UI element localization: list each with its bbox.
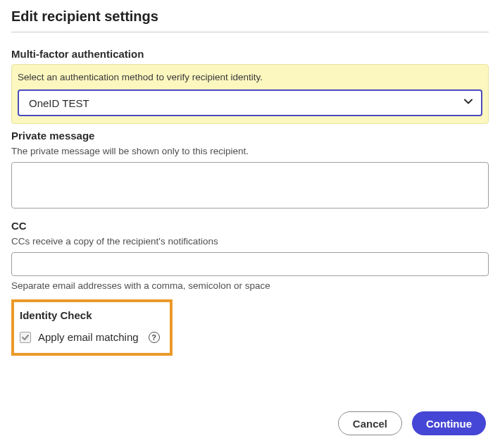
mfa-label: Multi-factor authentication bbox=[11, 48, 489, 60]
identity-checkbox-row: Apply email matching ? bbox=[20, 331, 160, 343]
identity-highlight-box: Identity Check Apply email matching ? bbox=[11, 299, 173, 356]
apply-email-matching-checkbox[interactable] bbox=[20, 332, 31, 343]
cancel-button[interactable]: Cancel bbox=[338, 411, 402, 435]
dialog-title: Edit recipient settings bbox=[11, 8, 489, 25]
mfa-select-wrap: OneID TEST bbox=[18, 89, 482, 116]
mfa-select[interactable]: OneID TEST bbox=[18, 89, 482, 116]
cc-input[interactable] bbox=[11, 252, 489, 276]
identity-label: Identity Check bbox=[20, 309, 160, 321]
continue-button[interactable]: Continue bbox=[412, 411, 486, 435]
dialog-footer: Cancel Continue bbox=[338, 411, 486, 435]
private-message-input[interactable] bbox=[11, 162, 489, 209]
mfa-selected-value: OneID TEST bbox=[29, 97, 89, 109]
apply-email-matching-label: Apply email matching bbox=[38, 331, 139, 343]
mfa-hint: Select an authentication method to verif… bbox=[18, 72, 482, 82]
cc-label: CC bbox=[11, 220, 489, 232]
edit-recipient-dialog: Edit recipient settings Multi-factor aut… bbox=[11, 8, 489, 356]
cc-hint: CCs receive a copy of the recipient's no… bbox=[11, 236, 489, 247]
private-message-label: Private message bbox=[11, 130, 489, 142]
divider bbox=[11, 32, 489, 32]
help-icon[interactable]: ? bbox=[149, 332, 160, 343]
private-message-hint: The private message will be shown only t… bbox=[11, 146, 489, 156]
mfa-highlight: Select an authentication method to verif… bbox=[11, 64, 489, 124]
cc-helper: Separate email addresses with a comma, s… bbox=[11, 280, 489, 291]
